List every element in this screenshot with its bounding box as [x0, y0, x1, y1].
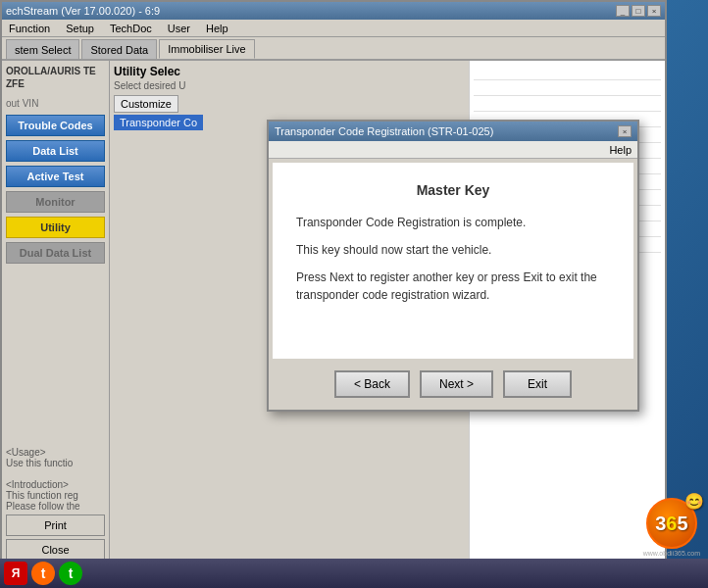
dialog-buttons: < Back Next > Exit	[269, 363, 637, 410]
help-link[interactable]: Help	[609, 144, 632, 156]
panel-line	[474, 80, 661, 96]
dialog-paragraph-2: This key should now start the vehicle.	[296, 241, 610, 259]
logo-text: 365	[655, 513, 687, 535]
dialog-paragraph-1: Transponder Code Registration is complet…	[296, 214, 610, 231]
usage-title: <Usage>	[6, 447, 105, 458]
menu-bar: Function Setup TechDoc User Help	[2, 20, 665, 37]
intro-text: This function reg Please follow the	[6, 490, 105, 512]
exit-button[interactable]: Exit	[503, 370, 572, 398]
menu-function[interactable]: Function	[6, 23, 53, 34]
trouble-codes-button[interactable]: Trouble Codes	[6, 115, 105, 136]
active-test-button[interactable]: Active Test	[6, 166, 105, 187]
dialog-content: Master Key Transponder Code Registration…	[273, 163, 633, 359]
menu-user[interactable]: User	[165, 23, 193, 34]
smiley-icon: 😊	[684, 492, 704, 511]
menu-techdoc[interactable]: TechDoc	[107, 23, 155, 34]
dialog-menu: Help	[269, 141, 637, 159]
panel-line	[474, 96, 661, 112]
logo-365: 365 😊 www.obdii365.com	[643, 498, 700, 557]
dialog-heading: Master Key	[296, 182, 610, 198]
logo-url: www.obdii365.com	[643, 550, 700, 557]
next-button[interactable]: Next >	[420, 370, 493, 398]
taskbar-ya-icon[interactable]: Я	[4, 562, 27, 585]
utility-header: Utility Selec	[114, 65, 465, 78]
tab-bar: stem Select Stored Data Immobiliser Live	[2, 37, 665, 61]
close-button[interactable]: ×	[647, 5, 661, 17]
usage-section: <Usage> Use this functio <Introduction> …	[6, 447, 105, 512]
menu-setup[interactable]: Setup	[63, 23, 97, 34]
center-area: Utility Selec Select desired U Customize…	[110, 61, 469, 564]
intro-title: <Introduction>	[6, 479, 105, 490]
data-list-button[interactable]: Data List	[6, 140, 105, 162]
close-button-sidebar[interactable]: Close	[6, 539, 105, 561]
panel-line	[474, 65, 661, 80]
app-title: echStream (Ver 17.00.020) - 6:9	[6, 5, 160, 17]
transponder-item[interactable]: Transponder Co	[114, 115, 203, 130]
taskbar-t1-icon[interactable]: t	[31, 562, 55, 585]
back-button[interactable]: < Back	[334, 370, 410, 398]
dialog-paragraph-3: Press Next to register another key or pr…	[296, 269, 610, 304]
tab-stem-select[interactable]: stem Select	[6, 39, 79, 59]
minimize-button[interactable]: _	[616, 5, 630, 17]
dialog-close-button[interactable]: ×	[618, 125, 632, 137]
vehicle-info: OROLLA/AURIS TE ZFE	[6, 65, 105, 90]
app-window: echStream (Ver 17.00.020) - 6:9 _ □ × Fu…	[0, 0, 667, 568]
bottom-buttons: <Usage> Use this functio <Introduction> …	[6, 408, 105, 561]
customize-tab[interactable]: Customize	[114, 95, 178, 113]
left-sidebar: OROLLA/AURIS TE ZFE out VIN Trouble Code…	[2, 61, 110, 564]
utility-subheader: Select desired U	[114, 80, 465, 91]
menu-help[interactable]: Help	[203, 23, 231, 34]
vin-label: out VIN	[6, 98, 105, 109]
utility-button[interactable]: Utility	[6, 217, 105, 238]
tab-stored-data[interactable]: Stored Data	[81, 39, 157, 59]
taskbar: Я t t	[0, 559, 708, 588]
tab-immobiliser-live[interactable]: Immobiliser Live	[159, 39, 254, 59]
monitor-button[interactable]: Monitor	[6, 191, 105, 213]
dialog: Transponder Code Registration (STR-01-02…	[267, 120, 639, 412]
logo-circle: 365 😊	[646, 498, 697, 549]
taskbar-t2-icon[interactable]: t	[59, 562, 82, 585]
usage-text: Use this functio	[6, 458, 105, 468]
title-bar-buttons: _ □ ×	[616, 5, 661, 17]
maximize-button[interactable]: □	[632, 5, 645, 17]
title-bar: echStream (Ver 17.00.020) - 6:9 _ □ ×	[2, 2, 665, 20]
dual-data-list-button[interactable]: Dual Data List	[6, 242, 105, 264]
desktop: echStream (Ver 17.00.020) - 6:9 _ □ × Fu…	[0, 0, 708, 588]
dialog-title-bar: Transponder Code Registration (STR-01-02…	[269, 122, 637, 141]
print-button[interactable]: Print	[6, 514, 105, 536]
dialog-title: Transponder Code Registration (STR-01-02…	[275, 125, 493, 137]
main-content: OROLLA/AURIS TE ZFE out VIN Trouble Code…	[2, 61, 665, 564]
